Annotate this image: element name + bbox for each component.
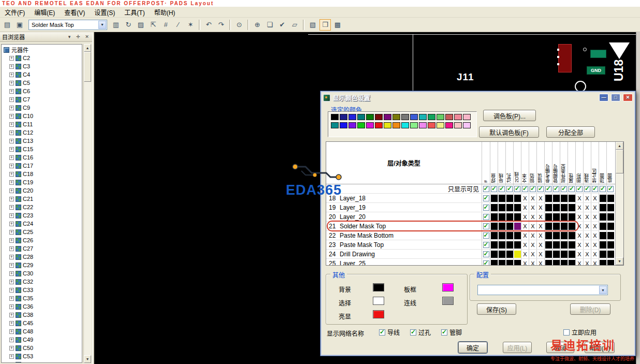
layer-color-cell[interactable] <box>490 222 498 230</box>
layer-color-cell[interactable]: X <box>521 194 529 202</box>
expand-icon[interactable]: + <box>9 64 14 69</box>
layer-color-cell[interactable] <box>599 250 606 258</box>
tree-item[interactable]: +C16 <box>2 153 82 162</box>
layer-color-cell[interactable] <box>505 259 513 265</box>
layer-color-cell[interactable] <box>490 231 498 240</box>
tree-item[interactable]: +C6 <box>2 87 82 95</box>
layer-color-cell[interactable] <box>505 203 513 212</box>
expand-icon[interactable]: + <box>9 230 14 235</box>
tree-item[interactable]: +C53 <box>2 352 82 360</box>
layer-color-cell[interactable]: X <box>529 231 536 240</box>
layer-color-cell[interactable] <box>606 194 614 202</box>
scroll-down-icon[interactable]: ▼ <box>616 257 623 265</box>
menu-item[interactable]: 工具(T) <box>120 7 149 18</box>
palette-swatch[interactable] <box>366 114 374 120</box>
layer-color-cell[interactable]: X <box>583 231 591 240</box>
layer-color-cell[interactable] <box>544 259 552 265</box>
layer-visibility-checkbox[interactable] <box>483 232 489 239</box>
palette-swatch[interactable] <box>428 122 435 128</box>
palette-swatch[interactable] <box>428 114 435 120</box>
layer-color-cell[interactable] <box>560 222 568 230</box>
tree-item[interactable]: +C25 <box>2 228 82 236</box>
layer-color-cell[interactable] <box>490 259 498 265</box>
config-combobox[interactable]: ▼ <box>477 285 608 295</box>
tree-item[interactable]: +C32 <box>2 278 82 286</box>
layer-color-cell[interactable] <box>498 250 505 258</box>
canvas-vertical-scrollbar[interactable] <box>636 32 640 364</box>
layer-color-cell[interactable]: X <box>591 203 599 212</box>
tree-item[interactable]: +C4 <box>2 70 82 79</box>
layer-color-cell[interactable]: X <box>536 250 544 258</box>
connection-color-swatch[interactable] <box>442 297 454 305</box>
layer-color-cell[interactable] <box>498 194 505 202</box>
expand-icon[interactable]: + <box>9 106 14 110</box>
layer-color-cell[interactable] <box>599 259 606 265</box>
layer-color-cell[interactable]: X <box>536 203 544 212</box>
layer-color-cell[interactable] <box>513 250 521 258</box>
dialog-titlebar[interactable]: 显示颜色设置 — □ ✕ <box>322 92 634 103</box>
layer-color-cell[interactable] <box>568 250 575 258</box>
component-red[interactable] <box>558 44 572 72</box>
palette-swatch[interactable] <box>419 122 427 128</box>
layer-color-cell[interactable] <box>505 250 513 258</box>
layer-color-cell[interactable]: X <box>536 222 544 230</box>
expand-icon[interactable]: + <box>9 89 14 94</box>
layer-color-cell[interactable] <box>544 231 552 240</box>
layer-color-cell[interactable]: X <box>536 194 544 202</box>
copper-pour-icon[interactable]: ▨ <box>135 19 147 31</box>
layer-color-cell[interactable]: X <box>575 259 583 265</box>
visibility-checkbox[interactable] <box>592 186 598 192</box>
layer-color-cell[interactable] <box>552 194 560 202</box>
layer-color-cell[interactable] <box>560 240 568 249</box>
display-colors-icon[interactable]: ❒ <box>319 19 331 31</box>
net-pins-checkbox[interactable]: 管脚 <box>441 328 462 337</box>
expand-icon[interactable]: + <box>9 130 14 135</box>
layer-row[interactable]: 19Layer_19XXXXXX <box>326 203 615 212</box>
layer-color-cell[interactable] <box>606 240 614 249</box>
palette-swatch[interactable] <box>340 122 347 128</box>
tree-item[interactable]: +C20 <box>2 186 82 195</box>
expand-icon[interactable]: + <box>9 329 14 334</box>
tree-root-components[interactable]: 元器件 <box>2 46 82 54</box>
layer-color-cell[interactable] <box>544 250 552 258</box>
palette-swatch[interactable] <box>375 114 383 120</box>
layer-color-cell[interactable]: X <box>591 250 599 258</box>
layer-color-cell[interactable] <box>505 222 513 230</box>
palette-swatch[interactable] <box>437 114 444 120</box>
expand-icon[interactable]: + <box>9 222 14 226</box>
scroll-up-icon[interactable]: ▲ <box>84 44 91 52</box>
tree-item[interactable]: +C12 <box>2 128 82 137</box>
layer-color-cell[interactable]: X <box>591 194 599 202</box>
background-color-swatch[interactable] <box>373 283 384 292</box>
palette-swatch[interactable] <box>445 114 453 120</box>
tree-item[interactable]: +C54 <box>2 360 82 363</box>
layer-row[interactable]: 25Layer_25XXXXXX <box>326 259 615 265</box>
layer-color-cell[interactable] <box>568 222 575 230</box>
layer-color-cell[interactable] <box>552 203 560 212</box>
visibility-checkbox[interactable] <box>530 186 536 192</box>
expand-icon[interactable]: + <box>9 72 14 77</box>
visibility-checkbox[interactable] <box>569 186 575 192</box>
layer-color-cell[interactable]: X <box>591 212 599 221</box>
tree-item[interactable]: +C7 <box>2 95 82 104</box>
layer-color-cell[interactable]: X <box>521 222 529 230</box>
expand-icon[interactable]: + <box>9 271 14 276</box>
layer-color-cell[interactable] <box>498 259 505 265</box>
close-panel-icon[interactable]: ✕ <box>84 34 90 39</box>
palette-swatch[interactable] <box>384 122 391 128</box>
layer-color-cell[interactable] <box>544 212 552 221</box>
layer-visibility-checkbox[interactable] <box>483 223 489 229</box>
grid-icon[interactable]: # <box>160 19 171 31</box>
layer-color-cell[interactable] <box>552 212 560 221</box>
layer-color-cell[interactable] <box>505 194 513 202</box>
minimize-button[interactable]: — <box>599 94 608 101</box>
layer-visibility-checkbox[interactable] <box>483 242 489 248</box>
layer-color-cell[interactable] <box>552 240 560 249</box>
layer-color-cell[interactable]: X <box>529 250 536 258</box>
layer-color-cell[interactable] <box>599 194 606 202</box>
layer-color-cell[interactable]: X <box>583 250 591 258</box>
layer-color-cell[interactable] <box>568 231 575 240</box>
palette-swatch[interactable] <box>348 122 356 128</box>
expand-icon[interactable]: + <box>9 164 14 168</box>
palette-swatch[interactable] <box>357 114 365 120</box>
